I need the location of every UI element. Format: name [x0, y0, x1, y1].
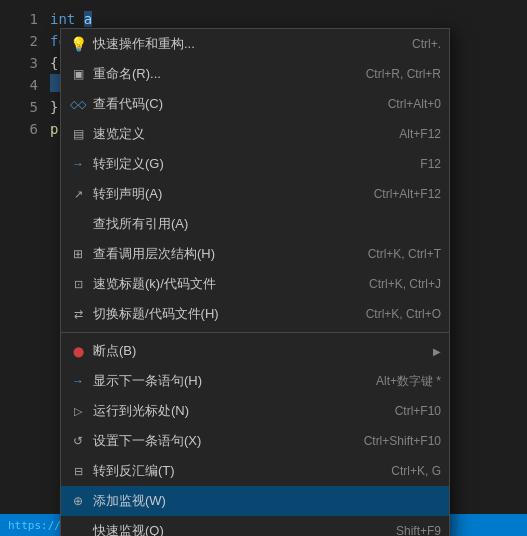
menu-label: 速览定义: [93, 125, 379, 143]
menu-label: 运行到光标处(N): [93, 402, 375, 420]
menu-shortcut: Ctrl+F10: [395, 404, 441, 418]
menu-label: 查看调用层次结构(H): [93, 245, 348, 263]
menu-shortcut: Ctrl+K, Ctrl+O: [366, 307, 441, 321]
context-menu: 💡 快速操作和重构... Ctrl+. ▣ 重命名(R)... Ctrl+R, …: [60, 28, 450, 536]
menu-item-view-code[interactable]: ◇◇ 查看代码(C) Ctrl+Alt+0: [61, 89, 449, 119]
menu-item-quick-action[interactable]: 💡 快速操作和重构... Ctrl+.: [61, 29, 449, 59]
hier-icon: ⊞: [67, 243, 89, 265]
menu-item-switch-header[interactable]: ⇄ 切换标题/代码文件(H) Ctrl+K, Ctrl+O: [61, 299, 449, 329]
menu-shortcut: Ctrl+K, Ctrl+J: [369, 277, 441, 291]
menu-item-show-next[interactable]: → 显示下一条语句(H) Alt+数字键 *: [61, 366, 449, 396]
menu-label: 设置下一条语句(X): [93, 432, 344, 450]
menu-item-goto-decl[interactable]: ↗ 转到声明(A) Ctrl+Alt+F12: [61, 179, 449, 209]
menu-label: 速览标题(k)/代码文件: [93, 275, 349, 293]
menu-label: 断点(B): [93, 342, 405, 360]
rename-icon: ▣: [67, 63, 89, 85]
menu-label: 切换标题/代码文件(H): [93, 305, 346, 323]
menu-label: 转到定义(G): [93, 155, 400, 173]
menu-item-peek-def[interactable]: ▤ 速览定义 Alt+F12: [61, 119, 449, 149]
find-icon: [67, 213, 89, 235]
watch-icon: ⊕: [67, 490, 89, 512]
menu-label: 显示下一条语句(H): [93, 372, 356, 390]
menu-item-goto-def[interactable]: → 转到定义(G) F12: [61, 149, 449, 179]
menu-item-add-watch[interactable]: ⊕ 添加监视(W): [61, 486, 449, 516]
menu-label: 查找所有引用(A): [93, 215, 421, 233]
menu-shortcut: Shift+F9: [396, 524, 441, 536]
bulb-icon: 💡: [67, 33, 89, 55]
menu-item-quick-watch[interactable]: 快速监视(Q) Shift+F9: [61, 516, 449, 536]
menu-label: 转到反汇编(T): [93, 462, 371, 480]
menu-shortcut: Alt+F12: [399, 127, 441, 141]
disasm-icon: ⊟: [67, 460, 89, 482]
menu-shortcut: F12: [420, 157, 441, 171]
menu-shortcut: Ctrl+Alt+0: [388, 97, 441, 111]
quick-watch-icon: [67, 520, 89, 536]
menu-label: 添加监视(W): [93, 492, 421, 510]
menu-item-rename[interactable]: ▣ 重命名(R)... Ctrl+R, Ctrl+R: [61, 59, 449, 89]
goto-icon: →: [67, 153, 89, 175]
menu-label: 快速监视(Q): [93, 522, 376, 536]
menu-item-peek-files[interactable]: ⊡ 速览标题(k)/代码文件 Ctrl+K, Ctrl+J: [61, 269, 449, 299]
menu-item-disassembly[interactable]: ⊟ 转到反汇编(T) Ctrl+K, G: [61, 456, 449, 486]
menu-item-find-refs[interactable]: 查找所有引用(A): [61, 209, 449, 239]
code-line-1: 1 int a: [0, 8, 527, 30]
menu-item-run-cursor[interactable]: ▷ 运行到光标处(N) Ctrl+F10: [61, 396, 449, 426]
menu-label: 重命名(R)...: [93, 65, 346, 83]
menu-shortcut: Ctrl+K, G: [391, 464, 441, 478]
submenu-arrow: ▶: [433, 346, 441, 357]
menu-shortcut: Alt+数字键 *: [376, 373, 441, 390]
menu-label: 查看代码(C): [93, 95, 368, 113]
menu-shortcut: Ctrl+Alt+F12: [374, 187, 441, 201]
menu-shortcut: Ctrl+R, Ctrl+R: [366, 67, 441, 81]
set-next-icon: ↺: [67, 430, 89, 452]
menu-shortcut: Ctrl+Shift+F10: [364, 434, 441, 448]
menu-item-call-hier[interactable]: ⊞ 查看调用层次结构(H) Ctrl+K, Ctrl+T: [61, 239, 449, 269]
peek-icon: ▤: [67, 123, 89, 145]
files-icon: ⊡: [67, 273, 89, 295]
menu-divider: [61, 332, 449, 333]
show-next-icon: →: [67, 370, 89, 392]
breakpoint-icon: ⬤: [67, 340, 89, 362]
menu-item-set-next[interactable]: ↺ 设置下一条语句(X) Ctrl+Shift+F10: [61, 426, 449, 456]
decl-icon: ↗: [67, 183, 89, 205]
menu-label: 快速操作和重构...: [93, 35, 392, 53]
switch-icon: ⇄: [67, 303, 89, 325]
run-cursor-icon: ▷: [67, 400, 89, 422]
menu-shortcut: Ctrl+K, Ctrl+T: [368, 247, 441, 261]
menu-item-breakpoint[interactable]: ⬤ 断点(B) ▶: [61, 336, 449, 366]
code-icon: ◇◇: [67, 93, 89, 115]
menu-shortcut: Ctrl+.: [412, 37, 441, 51]
menu-label: 转到声明(A): [93, 185, 354, 203]
